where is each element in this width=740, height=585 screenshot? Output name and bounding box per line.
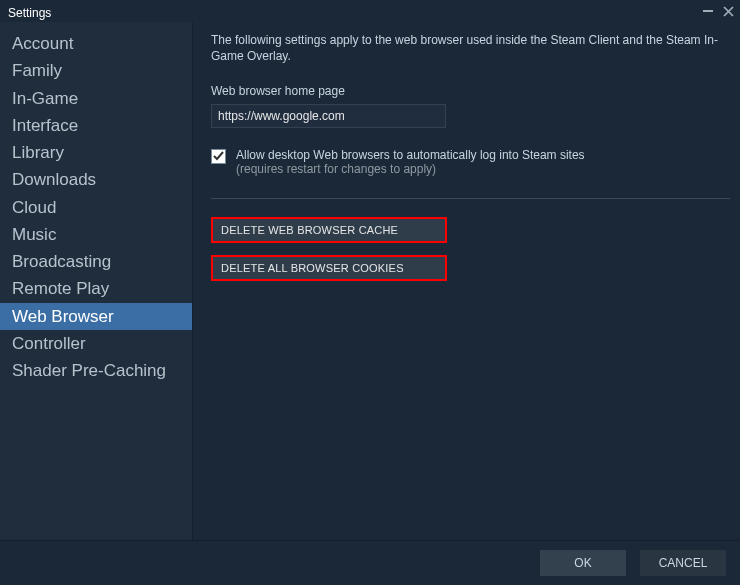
sidebar-item-web-browser[interactable]: Web Browser	[0, 303, 192, 330]
homepage-label: Web browser home page	[211, 84, 730, 98]
allow-desktop-login-checkbox[interactable]	[211, 149, 226, 164]
window-title: Settings	[6, 3, 51, 20]
allow-desktop-login-sub: (requires restart for changes to apply)	[236, 162, 436, 176]
sidebar-item-label: Shader Pre-Caching	[12, 361, 166, 380]
footer: OK CANCEL	[0, 540, 740, 585]
ok-button[interactable]: OK	[540, 550, 626, 576]
sidebar-item-broadcasting[interactable]: Broadcasting	[0, 248, 192, 275]
sidebar-item-label: In-Game	[12, 89, 78, 108]
sidebar-item-library[interactable]: Library	[0, 139, 192, 166]
sidebar-item-label: Cloud	[12, 198, 56, 217]
close-icon[interactable]	[723, 6, 734, 17]
titlebar: Settings	[0, 0, 740, 22]
sidebar-item-controller[interactable]: Controller	[0, 330, 192, 357]
sidebar-item-label: Library	[12, 143, 64, 162]
sidebar-item-cloud[interactable]: Cloud	[0, 194, 192, 221]
sidebar-item-in-game[interactable]: In-Game	[0, 85, 192, 112]
settings-window: Settings Account Family In-Game Interfac…	[0, 0, 740, 585]
allow-desktop-login-label: Allow desktop Web browsers to automatica…	[236, 148, 585, 162]
sidebar-item-account[interactable]: Account	[0, 30, 192, 57]
divider	[211, 198, 730, 199]
main-panel: The following settings apply to the web …	[193, 22, 740, 540]
sidebar-item-label: Account	[12, 34, 73, 53]
sidebar-item-downloads[interactable]: Downloads	[0, 166, 192, 193]
allow-desktop-login-text: Allow desktop Web browsers to automatica…	[236, 148, 585, 176]
sidebar-item-remote-play[interactable]: Remote Play	[0, 275, 192, 302]
window-buttons	[703, 6, 734, 17]
sidebar-item-label: Web Browser	[12, 307, 114, 326]
sidebar: Account Family In-Game Interface Library…	[0, 22, 193, 540]
check-icon	[213, 151, 224, 162]
sidebar-item-label: Broadcasting	[12, 252, 111, 271]
allow-desktop-login-row: Allow desktop Web browsers to automatica…	[211, 148, 730, 176]
sidebar-item-label: Downloads	[12, 170, 96, 189]
sidebar-item-label: Controller	[12, 334, 86, 353]
delete-cache-button[interactable]: DELETE WEB BROWSER CACHE	[211, 217, 447, 243]
delete-cookies-button[interactable]: DELETE ALL BROWSER COOKIES	[211, 255, 447, 281]
homepage-input[interactable]	[211, 104, 446, 128]
sidebar-item-label: Music	[12, 225, 56, 244]
sidebar-item-label: Interface	[12, 116, 78, 135]
sidebar-item-label: Family	[12, 61, 62, 80]
sidebar-item-music[interactable]: Music	[0, 221, 192, 248]
panel-description: The following settings apply to the web …	[211, 32, 730, 64]
sidebar-item-shader-pre-caching[interactable]: Shader Pre-Caching	[0, 357, 192, 384]
sidebar-item-interface[interactable]: Interface	[0, 112, 192, 139]
minimize-icon[interactable]	[703, 6, 713, 16]
window-body: Account Family In-Game Interface Library…	[0, 22, 740, 540]
sidebar-item-family[interactable]: Family	[0, 57, 192, 84]
sidebar-item-label: Remote Play	[12, 279, 109, 298]
cancel-button[interactable]: CANCEL	[640, 550, 726, 576]
